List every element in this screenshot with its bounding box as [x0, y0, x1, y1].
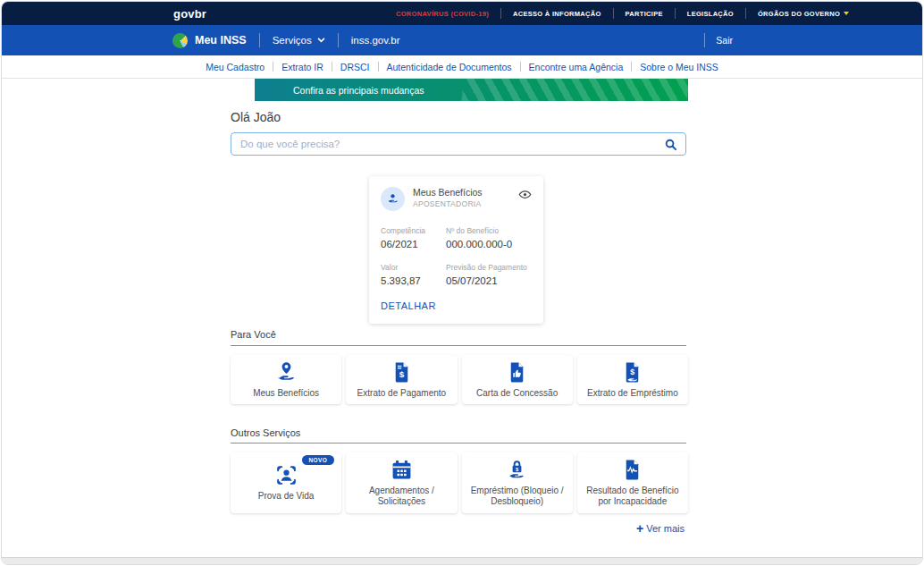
card-label: Agendamentos / Solicitações — [349, 486, 453, 507]
benefit-field: Valor 5.393,87 — [381, 263, 446, 286]
meu-inss-brand-link[interactable]: Meu INSS — [195, 34, 247, 46]
nav-sobre-meu-inss[interactable]: Sobre o Meu INSS — [632, 62, 727, 72]
govbr-top-bar: govbr CORONAVÍRUS (COVID-19) ACESSO À IN… — [2, 2, 922, 25]
document-loan-icon: $ — [621, 361, 643, 384]
card-label: Carta de Concessão — [476, 388, 558, 399]
legislacao-link[interactable]: LEGISLAÇÃO — [676, 10, 745, 18]
eye-icon[interactable] — [518, 188, 532, 201]
meu-inss-logo-icon — [172, 33, 188, 48]
govbr-links: CORONAVÍRUS (COVID-19) ACESSO À INFORMAÇ… — [384, 2, 861, 25]
field-value: 5.393,87 — [381, 275, 446, 286]
svg-text:$: $ — [399, 369, 405, 379]
window-bottom-edge — [2, 557, 922, 564]
person-hand-icon — [386, 192, 399, 206]
plus-icon: + — [636, 522, 643, 535]
search-box — [231, 132, 686, 156]
card-extrato-emprestimo[interactable]: $ Extrato de Empréstimo — [577, 355, 688, 404]
field-label: Competência — [381, 226, 446, 235]
card-label: Empréstimo (Bloqueio / Desbloqueio) — [466, 486, 569, 507]
card-extrato-pagamento[interactable]: $ Extrato de Pagamento — [346, 355, 457, 404]
section-divider — [231, 345, 686, 346]
chevron-down-icon — [844, 12, 849, 15]
para-voce-cards: Meus Benefícios $ Extrato de Pagamento C… — [231, 355, 688, 404]
browser-page: govbr CORONAVÍRUS (COVID-19) ACESSO À IN… — [1, 1, 923, 565]
document-pulse-icon — [621, 459, 643, 481]
nav-drsci[interactable]: DRSCI — [332, 62, 378, 72]
benefit-field: Competência 06/2021 — [381, 226, 446, 249]
field-value: 06/2021 — [381, 239, 446, 249]
chevron-down-icon — [317, 38, 325, 43]
divider — [259, 33, 260, 47]
orgaos-governo-label: ÓRGÃOS DO GOVERNO — [758, 10, 840, 18]
banner-text: Confira as principais mudanças — [293, 85, 424, 96]
participe-link[interactable]: PARTICIPE — [614, 10, 675, 18]
divider — [338, 33, 339, 47]
field-label: Nº do Benefício — [446, 226, 532, 235]
benefit-card-subtitle: APOSENTADORIA — [413, 199, 518, 208]
card-label: Extrato de Pagamento — [357, 388, 447, 399]
benefit-fields: Competência 06/2021 Nº do Benefício 000.… — [381, 226, 532, 286]
nav-meu-cadastro[interactable]: Meu Cadastro — [197, 62, 273, 72]
card-label: Prova de Vida — [258, 491, 315, 502]
logout-button[interactable]: Sair — [716, 35, 733, 46]
card-emprestimo-bloqueio[interactable]: $ Empréstimo (Bloqueio / Desbloqueio) — [462, 452, 573, 513]
field-value: 05/07/2021 — [446, 275, 532, 286]
benefits-avatar — [381, 187, 405, 211]
announcement-banner[interactable]: Confira as principais mudanças — [255, 79, 688, 101]
calendar-icon — [391, 459, 413, 481]
nav-extrato-ir[interactable]: Extrato IR — [273, 62, 332, 72]
field-label: Previsão de Pagamento — [446, 263, 532, 272]
secondary-nav: Meu Cadastro Extrato IR DRSCI Autenticid… — [2, 55, 922, 79]
card-label: Resultado de Benefício por Incapacidade — [581, 486, 685, 507]
govbr-logo[interactable]: govbr — [173, 7, 206, 21]
ver-mais-label: Ver mais — [646, 523, 685, 534]
user-greeting: Olá João — [231, 110, 281, 124]
field-value: 000.000.000-0 — [446, 239, 532, 249]
servicos-label: Serviços — [273, 35, 312, 46]
card-agendamentos-solicitacoes[interactable]: Agendamentos / Solicitações — [346, 452, 457, 513]
search-icon[interactable] — [664, 138, 677, 151]
field-label: Valor — [381, 263, 446, 272]
covid-link[interactable]: CORONAVÍRUS (COVID-19) — [384, 10, 500, 18]
inss-gov-br-link[interactable]: inss.gov.br — [351, 35, 400, 46]
card-resultado-beneficio-incapacidade[interactable]: Resultado de Benefício por Incapacidade — [577, 452, 688, 513]
novo-badge: NOVO — [302, 455, 335, 465]
outros-servicos-cards: NOVO Prova de Vida Agendamentos — [231, 452, 688, 513]
acesso-informacao-link[interactable]: ACESSO À INFORMAÇÃO — [501, 10, 613, 18]
benefit-field: Previsão de Pagamento 05/07/2021 — [446, 263, 532, 286]
face-scan-icon — [275, 464, 298, 486]
benefit-card-header: Meus Benefícios APOSENTADORIA — [381, 187, 532, 211]
document-dollar-icon: $ — [391, 361, 413, 384]
detalhar-button[interactable]: DETALHAR — [381, 300, 436, 311]
nav-autenticidade-documentos[interactable]: Autenticidade de Documentos — [379, 62, 520, 72]
servicos-menu[interactable]: Serviços — [273, 35, 325, 46]
svg-text:$: $ — [631, 367, 635, 376]
lock-hand-icon: $ — [506, 459, 528, 481]
section-title-outros-servicos: Outros Serviços — [231, 427, 300, 438]
benefit-card-title: Meus Benefícios — [413, 187, 518, 198]
nav-encontre-agencia[interactable]: Encontre uma Agência — [521, 62, 632, 72]
card-meus-beneficios[interactable]: Meus Benefícios — [231, 355, 341, 404]
meu-inss-app-bar: Meu INSS Serviços inss.gov.br Sair — [2, 25, 922, 55]
card-label: Extrato de Empréstimo — [587, 388, 678, 399]
card-carta-concessao[interactable]: Carta de Concessão — [462, 355, 573, 404]
card-prova-de-vida[interactable]: NOVO Prova de Vida — [231, 452, 341, 513]
ver-mais-link[interactable]: + Ver mais — [636, 522, 685, 535]
divider — [704, 33, 705, 47]
section-title-para-voce: Para Você — [231, 329, 276, 340]
benefit-field: Nº do Benefício 000.000.000-0 — [446, 226, 532, 249]
orgaos-governo-menu[interactable]: ÓRGÃOS DO GOVERNO — [746, 10, 861, 18]
search-input[interactable] — [231, 139, 664, 149]
benefit-card-titles: Meus Benefícios APOSENTADORIA — [413, 187, 518, 208]
section-divider — [231, 443, 686, 444]
document-thumbsup-icon — [506, 361, 528, 384]
logout-area: Sair — [704, 25, 922, 55]
card-label: Meus Benefícios — [253, 388, 319, 399]
benefit-summary-card: Meus Benefícios APOSENTADORIA Competênci… — [369, 176, 543, 324]
benefits-hand-icon — [275, 361, 298, 384]
